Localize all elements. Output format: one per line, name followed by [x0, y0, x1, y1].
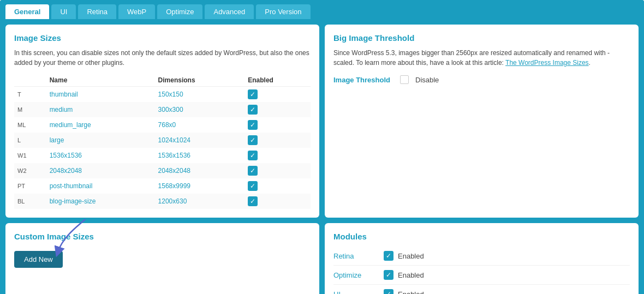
tab-ui[interactable]: UI [51, 4, 76, 19]
enabled-checkbox[interactable]: ✓ [248, 181, 258, 191]
size-name-link[interactable]: medium [50, 106, 73, 113]
module-checkbox[interactable]: ✓ [384, 270, 393, 280]
tab-advanced[interactable]: Advanced [205, 4, 254, 19]
tabs-bar: General UI Retina WebP Optimize Advanced… [0, 0, 644, 19]
module-status-label: Enabled [398, 252, 424, 260]
row-name: 1536x1536 [46, 148, 155, 163]
row-abbr: W2 [14, 163, 46, 178]
threshold-link[interactable]: The WordPress Image Sizes [505, 59, 589, 67]
table-row: W2 2048x2048 2048x2048 ✓ [14, 163, 311, 178]
row-enabled: ✓ [245, 117, 311, 133]
add-new-container: Add New [14, 247, 311, 268]
module-row: UI ✓ Enabled [333, 285, 630, 294]
row-name: post-thumbnail [46, 178, 155, 194]
enabled-checkbox[interactable]: ✓ [248, 89, 258, 99]
row-abbr: BL [14, 194, 46, 209]
row-dimensions: 2048x2048 [155, 163, 245, 178]
row-abbr: L [14, 133, 46, 148]
image-sizes-title: Image Sizes [14, 33, 311, 43]
module-row: Retina ✓ Enabled [333, 247, 630, 266]
row-enabled: ✓ [245, 133, 311, 148]
row-abbr: M [14, 102, 46, 117]
row-enabled: ✓ [245, 87, 311, 103]
size-name-link[interactable]: blog-image-size [50, 197, 96, 205]
row-dimensions: 1200x630 [155, 194, 245, 209]
size-name-link[interactable]: thumbnail [50, 91, 78, 98]
row-dimensions: 1024x1024 [155, 133, 245, 148]
module-checkbox[interactable]: ✓ [384, 251, 393, 261]
row-abbr: W1 [14, 148, 46, 163]
table-row: L large 1024x1024 ✓ [14, 133, 311, 148]
module-name: Optimize [333, 271, 377, 279]
row-dimensions: 768x0 [155, 117, 245, 133]
tab-pro-version[interactable]: Pro Version [256, 4, 310, 19]
module-name: UI [333, 290, 377, 295]
enabled-checkbox[interactable]: ✓ [248, 120, 258, 130]
size-name-link[interactable]: large [50, 136, 64, 144]
table-row: BL blog-image-size 1200x630 ✓ [14, 194, 311, 209]
row-name: blog-image-size [46, 194, 155, 209]
content-grid: Image Sizes In this screen, you can disa… [0, 19, 644, 294]
modules-list: Retina ✓ Enabled Optimize ✓ Enabled UI ✓… [333, 247, 630, 294]
enabled-checkbox[interactable]: ✓ [248, 166, 258, 176]
modules-card: Modules Retina ✓ Enabled Optimize ✓ Enab… [325, 223, 639, 294]
custom-sizes-title: Custom Image Sizes [14, 232, 311, 241]
table-row: ML medium_large 768x0 ✓ [14, 117, 311, 133]
table-row: T thumbnail 150x150 ✓ [14, 87, 311, 103]
threshold-description: Since WordPress 5.3, images bigger than … [333, 48, 630, 68]
size-name-link[interactable]: medium_large [50, 121, 91, 129]
tab-optimize[interactable]: Optimize [157, 4, 202, 19]
size-name-link[interactable]: post-thumbnail [50, 182, 93, 190]
row-dimensions: 1536x1536 [155, 148, 245, 163]
table-row: PT post-thumbnail 1568x9999 ✓ [14, 178, 311, 194]
table-row: M medium 300x300 ✓ [14, 102, 311, 117]
enabled-checkbox[interactable]: ✓ [248, 135, 258, 145]
threshold-checkbox[interactable] [400, 75, 409, 84]
module-row: Optimize ✓ Enabled [333, 266, 630, 285]
image-sizes-card: Image Sizes In this screen, you can disa… [5, 25, 319, 218]
enabled-checkbox[interactable]: ✓ [248, 196, 258, 206]
module-name: Retina [333, 252, 377, 260]
row-name: medium [46, 102, 155, 117]
image-sizes-description: In this screen, you can disable sizes no… [14, 48, 311, 68]
big-image-threshold-card: Big Image Threshold Since WordPress 5.3,… [325, 25, 639, 218]
row-abbr: PT [14, 178, 46, 194]
module-status-label: Enabled [398, 271, 424, 279]
row-dimensions: 150x150 [155, 87, 245, 103]
module-status: ✓ Enabled [384, 289, 424, 294]
row-name: thumbnail [46, 87, 155, 103]
add-new-button[interactable]: Add New [14, 251, 63, 268]
tab-webp[interactable]: WebP [118, 4, 155, 19]
enabled-checkbox[interactable]: ✓ [248, 105, 258, 115]
row-enabled: ✓ [245, 148, 311, 163]
row-dimensions: 300x300 [155, 102, 245, 117]
module-status-label: Enabled [398, 290, 424, 295]
row-name: 2048x2048 [46, 163, 155, 178]
sizes-table: Name Dimensions Enabled T thumbnail 150x… [14, 74, 311, 209]
disable-label: Disable [415, 76, 439, 84]
module-status: ✓ Enabled [384, 251, 424, 261]
module-status: ✓ Enabled [384, 270, 424, 280]
main-container: General UI Retina WebP Optimize Advanced… [0, 0, 644, 294]
row-abbr: T [14, 87, 46, 103]
row-enabled: ✓ [245, 194, 311, 209]
row-enabled: ✓ [245, 102, 311, 117]
threshold-row: Image Threshold Disable [333, 75, 630, 84]
col-enabled: Enabled [245, 74, 311, 87]
row-enabled: ✓ [245, 178, 311, 194]
module-checkbox[interactable]: ✓ [384, 289, 393, 294]
size-name-link[interactable]: 2048x2048 [50, 167, 82, 175]
enabled-checkbox[interactable]: ✓ [248, 151, 258, 160]
tab-general[interactable]: General [5, 4, 49, 19]
row-name: large [46, 133, 155, 148]
modules-title: Modules [333, 232, 630, 241]
tab-retina[interactable]: Retina [78, 4, 116, 19]
size-name-link[interactable]: 1536x1536 [50, 152, 82, 159]
col-dimensions: Dimensions [155, 74, 245, 87]
row-dimensions: 1568x9999 [155, 178, 245, 194]
custom-image-sizes-card: Custom Image Sizes Add New [5, 223, 319, 294]
col-abbr [14, 74, 46, 87]
row-abbr: ML [14, 117, 46, 133]
row-name: medium_large [46, 117, 155, 133]
col-name: Name [46, 74, 155, 87]
